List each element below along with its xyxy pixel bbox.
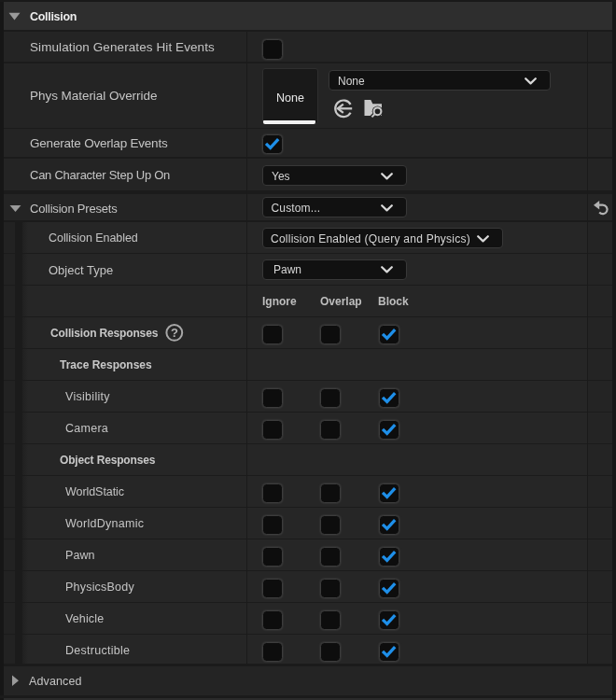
- svg-text:?: ?: [171, 326, 178, 340]
